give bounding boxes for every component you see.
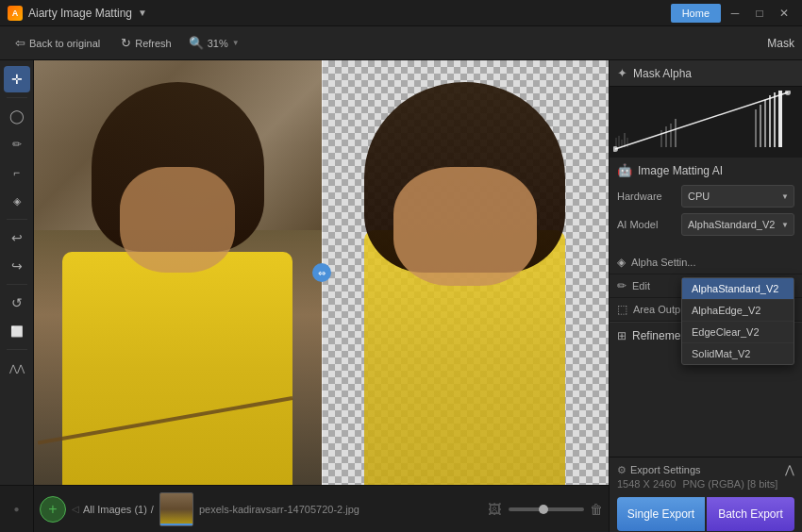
canvas-left bbox=[34, 60, 322, 485]
hardware-select-wrapper[interactable]: CPU ▼ bbox=[681, 185, 794, 208]
refresh-icon: ↻ bbox=[121, 36, 131, 50]
svg-point-17 bbox=[785, 91, 791, 95]
erase-tool-button[interactable]: ◯ bbox=[4, 103, 30, 129]
svg-rect-5 bbox=[660, 130, 662, 147]
image-icon: 🖼 bbox=[488, 502, 501, 517]
hardware-select[interactable]: CPU bbox=[681, 185, 794, 208]
add-image-button[interactable]: + bbox=[40, 496, 66, 523]
export-settings-label: Export Settings bbox=[630, 464, 781, 475]
filmstrip-left-spacer: ● bbox=[0, 485, 34, 532]
split-handle[interactable]: ⇔ bbox=[312, 263, 331, 282]
export-settings-row: ⚙ Export Settings ⋀ bbox=[610, 457, 802, 478]
face-cutout bbox=[393, 167, 537, 286]
expand-button[interactable]: ⋀⋀ bbox=[4, 355, 30, 381]
ai-model-row: AI Model AlphaStandard_V2 AlphaEdge_V2 E… bbox=[617, 213, 794, 236]
export-buttons-row: Single Export Batch Export bbox=[610, 493, 802, 532]
magic-wand-button[interactable]: ◈ bbox=[4, 188, 30, 214]
zoom-thumb[interactable] bbox=[539, 505, 548, 514]
compare-button[interactable]: ⬜ bbox=[4, 318, 30, 344]
arrow-left-icon[interactable]: ◁ bbox=[72, 504, 79, 514]
status-indicator: ● bbox=[13, 504, 19, 514]
svg-rect-0 bbox=[615, 138, 617, 147]
histogram bbox=[610, 87, 802, 158]
ai-icon: 🤖 bbox=[617, 163, 632, 177]
zoom-icon: 🔍 bbox=[189, 36, 204, 50]
export-panel: ⚙ Export Settings ⋀ 1548 X 2460 PNG (RGB… bbox=[609, 457, 802, 532]
filmstrip-thumb-item[interactable] bbox=[159, 492, 193, 526]
mask-alpha-title: Mask Alpha bbox=[633, 67, 692, 80]
back-label: Back to original bbox=[29, 38, 100, 49]
all-images-label: All Images (1) bbox=[83, 504, 147, 515]
svg-line-15 bbox=[615, 92, 788, 149]
filmstrip: + ◁ All Images (1) / pexels-kadiravsarr-… bbox=[34, 485, 609, 532]
tool-separator-3 bbox=[7, 284, 27, 285]
svg-rect-10 bbox=[760, 105, 761, 147]
zoom-control: 🔍 31% ▼ bbox=[189, 36, 240, 50]
hardware-row: Hardware CPU ▼ bbox=[617, 185, 794, 208]
tool-separator-2 bbox=[7, 219, 27, 220]
paint-tool-button[interactable]: ⌐ bbox=[4, 159, 30, 186]
app-title: Aiarty Image Matting bbox=[28, 7, 132, 20]
histogram-chart bbox=[613, 91, 798, 154]
redo-button[interactable]: ↪ bbox=[4, 253, 30, 279]
dropdown-item-edge-clear[interactable]: EdgeClear_V2 bbox=[682, 322, 794, 343]
separator: / bbox=[151, 504, 154, 515]
zoom-dropdown-icon[interactable]: ▼ bbox=[232, 39, 240, 47]
dropdown-arrow-icon[interactable]: ▼ bbox=[138, 8, 147, 18]
refinement-left: ⊞ Refinement bbox=[617, 329, 690, 342]
mask-alpha-icon: ✦ bbox=[617, 66, 627, 80]
hardware-label: Hardware bbox=[617, 191, 677, 202]
alpha-settings-icon: ◈ bbox=[617, 256, 626, 269]
close-button[interactable]: ✕ bbox=[774, 4, 794, 23]
face bbox=[120, 167, 235, 274]
dropdown-item-alpha-standard[interactable]: AlphaStandard_V2 bbox=[682, 278, 794, 300]
undo-button[interactable]: ↩ bbox=[4, 224, 30, 251]
matted-image bbox=[322, 60, 610, 485]
ai-model-select[interactable]: AlphaStandard_V2 AlphaEdge_V2 EdgeClear_… bbox=[681, 213, 794, 236]
svg-rect-13 bbox=[774, 92, 776, 147]
refresh-button[interactable]: ↻ Refresh bbox=[113, 32, 179, 54]
refresh-label: Refresh bbox=[135, 38, 172, 49]
svg-rect-9 bbox=[755, 109, 757, 147]
title-bar: A Aiarty Image Matting ▼ Home ─ □ ✕ bbox=[0, 0, 802, 26]
tool-separator-4 bbox=[7, 349, 27, 350]
yellow-dress bbox=[62, 252, 292, 486]
svg-rect-6 bbox=[665, 126, 667, 147]
export-collapse-button[interactable]: ⋀ bbox=[785, 463, 794, 476]
svg-rect-8 bbox=[675, 119, 677, 147]
filmstrip-thumb-image bbox=[160, 493, 192, 525]
export-dimensions-row: 1548 X 2460 PNG (RGBA) [8 bits] bbox=[610, 478, 802, 493]
batch-export-button[interactable]: Batch Export bbox=[707, 497, 794, 531]
canvas-right bbox=[322, 60, 610, 485]
toolbar: ⇦ Back to original ↻ Refresh 🔍 31% ▼ Mas… bbox=[0, 26, 802, 60]
minimize-button[interactable]: ─ bbox=[725, 4, 745, 23]
ai-model-dropdown-menu: AlphaStandard_V2 AlphaEdge_V2 EdgeClear_… bbox=[681, 277, 794, 365]
delete-button[interactable]: 🗑 bbox=[590, 502, 603, 517]
export-format: PNG (RGBA) [8 bits] bbox=[682, 478, 777, 490]
svg-point-16 bbox=[613, 146, 618, 152]
dropdown-item-solid-mat[interactable]: SolidMat_V2 bbox=[682, 343, 794, 364]
svg-rect-1 bbox=[618, 136, 620, 147]
mask-label: Mask bbox=[767, 37, 794, 50]
history-button[interactable]: ↺ bbox=[4, 290, 30, 316]
brush-tool-button[interactable]: ✏ bbox=[4, 131, 30, 158]
ai-model-label: AI Model bbox=[617, 219, 677, 230]
single-export-button[interactable]: Single Export bbox=[617, 497, 705, 531]
svg-rect-11 bbox=[764, 100, 766, 147]
filename-label: pexels-kadiravsarr-14705720-2.jpg bbox=[199, 504, 482, 515]
back-to-original-button[interactable]: ⇦ Back to original bbox=[8, 32, 108, 54]
ai-matting-section: 🤖 Image Matting AI Hardware CPU ▼ AI Mod… bbox=[610, 158, 802, 247]
alpha-settings-row: ◈ Alpha Settin... bbox=[610, 251, 802, 274]
back-icon: ⇦ bbox=[15, 36, 25, 50]
tool-separator-1 bbox=[7, 97, 27, 98]
ai-model-select-wrapper[interactable]: AlphaStandard_V2 AlphaEdge_V2 EdgeClear_… bbox=[681, 213, 794, 236]
svg-rect-12 bbox=[769, 95, 771, 147]
refinement-icon: ⊞ bbox=[617, 329, 627, 342]
select-tool-button[interactable]: ✛ bbox=[4, 66, 30, 92]
app-icon: A bbox=[8, 6, 23, 21]
export-gear-icon: ⚙ bbox=[617, 464, 627, 476]
zoom-slider[interactable] bbox=[509, 507, 584, 511]
home-button[interactable]: Home bbox=[671, 4, 721, 23]
maximize-button[interactable]: □ bbox=[749, 4, 770, 23]
dropdown-item-alpha-edge[interactable]: AlphaEdge_V2 bbox=[682, 300, 794, 322]
